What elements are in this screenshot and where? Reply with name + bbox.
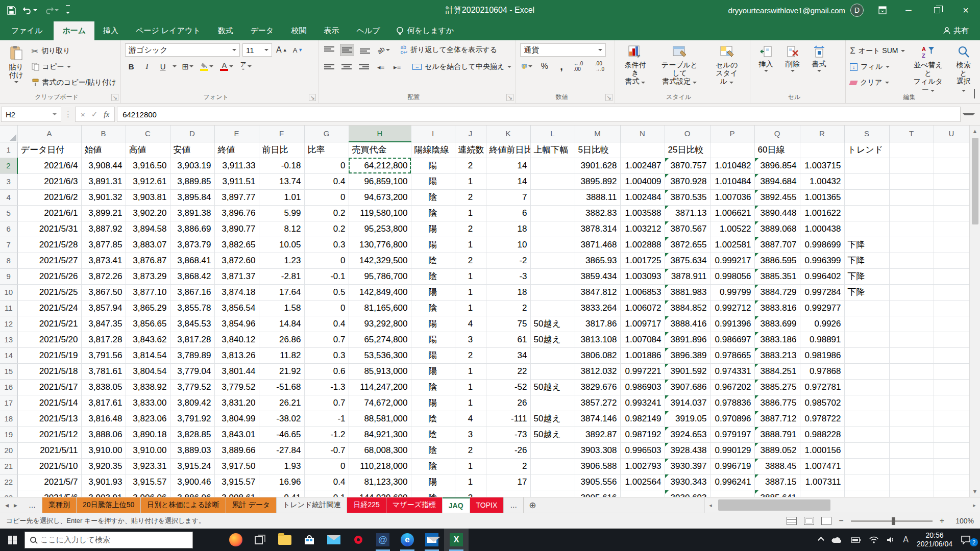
cell-J9[interactable]: 1 bbox=[455, 268, 486, 284]
cell-B14[interactable]: 3,791.56 bbox=[81, 347, 126, 363]
taskbar-clock[interactable]: 20:56 2021/06/04 bbox=[917, 531, 952, 548]
cell-A7[interactable]: 2021/5/28 bbox=[17, 237, 81, 253]
cell-E12[interactable]: 3,854.96 bbox=[214, 316, 259, 332]
taskbar-app-outlook[interactable] bbox=[420, 529, 444, 551]
cell-D22[interactable]: 3,900.46 bbox=[170, 474, 214, 490]
cell-N17[interactable]: 0.993241 bbox=[620, 395, 665, 411]
cell-H12[interactable]: 93,292,800 bbox=[349, 316, 411, 332]
cell-J7[interactable]: 1 bbox=[455, 237, 486, 253]
cell-O8[interactable]: 3875.634 bbox=[665, 253, 710, 268]
cell-E4[interactable]: 3,897.77 bbox=[214, 189, 259, 205]
cell-P18[interactable]: 0.970896 bbox=[710, 411, 754, 427]
cell-M11[interactable]: 3833.264 bbox=[575, 300, 620, 316]
cell-R21[interactable]: 1.007471 bbox=[800, 458, 844, 474]
row-header-8[interactable]: 8 bbox=[0, 253, 17, 268]
cell-C17[interactable]: 3,833.00 bbox=[126, 395, 170, 411]
cell-N13[interactable]: 1.007084 bbox=[620, 332, 665, 347]
cell-S17[interactable] bbox=[844, 395, 889, 411]
enter-formula-button[interactable]: ✓ bbox=[91, 110, 98, 119]
cell-S3[interactable] bbox=[844, 173, 889, 189]
merge-center-button[interactable]: ↔ セルを結合して中央揃え bbox=[412, 60, 511, 73]
cell-P19[interactable]: 0.979197 bbox=[710, 427, 754, 442]
cell-Q6[interactable]: 3889.068 bbox=[754, 221, 800, 237]
column-header-R[interactable]: R bbox=[800, 126, 844, 142]
cell-D10[interactable]: 3,867.16 bbox=[170, 284, 214, 300]
sheet-tab-日経225[interactable]: 日経225 bbox=[347, 497, 386, 513]
cell-F5[interactable]: 5.99 bbox=[259, 205, 304, 221]
cell-N6[interactable]: 1.003212 bbox=[620, 221, 665, 237]
cell-L7[interactable] bbox=[530, 237, 575, 253]
cell-P10[interactable]: 0.99799 bbox=[710, 284, 754, 300]
taskbar-app-explorer[interactable] bbox=[273, 529, 297, 551]
cell-L1[interactable]: 上幅下幅 bbox=[530, 142, 575, 158]
cell-M17[interactable]: 3857.272 bbox=[575, 395, 620, 411]
cell-T20[interactable] bbox=[889, 442, 934, 458]
cell-R5[interactable]: 1.001622 bbox=[800, 205, 844, 221]
cell-G20[interactable]: -0.7 bbox=[304, 442, 349, 458]
cell-N19[interactable]: 0.987192 bbox=[620, 427, 665, 442]
cell-M20[interactable]: 3903.308 bbox=[575, 442, 620, 458]
cell-E3[interactable]: 3,911.51 bbox=[214, 173, 259, 189]
cell-Q5[interactable]: 3890.448 bbox=[754, 205, 800, 221]
taskbar-app-edge[interactable]: e bbox=[395, 529, 420, 551]
cell-K14[interactable]: 34 bbox=[486, 347, 530, 363]
taskbar-app-firefox[interactable] bbox=[224, 529, 248, 551]
cell-I11[interactable]: 陰 bbox=[411, 300, 455, 316]
cell-B19[interactable]: 3,888.06 bbox=[81, 427, 126, 442]
volume-icon[interactable] bbox=[887, 536, 895, 543]
format-cells-button[interactable]: 書式 bbox=[807, 43, 831, 74]
cell-P6[interactable]: 1.00522 bbox=[710, 221, 754, 237]
customize-qat-button[interactable] bbox=[66, 5, 70, 16]
cell-T21[interactable] bbox=[889, 458, 934, 474]
cell-U21[interactable] bbox=[934, 458, 969, 474]
cell-N4[interactable]: 1.002484 bbox=[620, 189, 665, 205]
cell-B8[interactable]: 3,873.41 bbox=[81, 253, 126, 268]
sheet-nav-right[interactable]: ▸ bbox=[14, 501, 17, 509]
sheet-tab-20日騰落上位50[interactable]: 20日騰落上位50 bbox=[77, 497, 141, 513]
cell-G1[interactable]: 比率 bbox=[304, 142, 349, 158]
cell-T22[interactable] bbox=[889, 474, 934, 490]
cell-O20[interactable]: 3928.438 bbox=[665, 442, 710, 458]
cell-U18[interactable] bbox=[934, 411, 969, 427]
cell-D18[interactable]: 3,791.92 bbox=[170, 411, 214, 427]
cell-I3[interactable]: 陽 bbox=[411, 173, 455, 189]
cell-M18[interactable]: 3874.146 bbox=[575, 411, 620, 427]
cell-U16[interactable] bbox=[934, 379, 969, 395]
cell-D15[interactable]: 3,779.04 bbox=[170, 363, 214, 379]
cell-N15[interactable]: 0.997221 bbox=[620, 363, 665, 379]
cell-B22[interactable]: 3,901.93 bbox=[81, 474, 126, 490]
cell-T16[interactable] bbox=[889, 379, 934, 395]
cell-I21[interactable]: 陰 bbox=[411, 458, 455, 474]
scroll-down-button[interactable]: ▼ bbox=[970, 486, 980, 497]
cell-D5[interactable]: 3,891.38 bbox=[170, 205, 214, 221]
cell-G4[interactable]: 0 bbox=[304, 189, 349, 205]
cell-C22[interactable]: 3,915.57 bbox=[126, 474, 170, 490]
cell-U14[interactable] bbox=[934, 347, 969, 363]
cell-B7[interactable]: 3,877.85 bbox=[81, 237, 126, 253]
cell-P5[interactable]: 1.006621 bbox=[710, 205, 754, 221]
cell-H21[interactable]: 110,218,000 bbox=[349, 458, 411, 474]
horizontal-scroll-thumb[interactable] bbox=[718, 499, 830, 511]
column-header-B[interactable]: B bbox=[81, 126, 126, 142]
cell-A10[interactable]: 2021/5/25 bbox=[17, 284, 81, 300]
cell-U22[interactable] bbox=[934, 474, 969, 490]
cell-I12[interactable]: 陽 bbox=[411, 316, 455, 332]
cell-R10[interactable]: 0.997284 bbox=[800, 284, 844, 300]
cell-A13[interactable]: 2021/5/20 bbox=[17, 332, 81, 347]
cell-Q7[interactable]: 3887.707 bbox=[754, 237, 800, 253]
cell-P21[interactable]: 0.996719 bbox=[710, 458, 754, 474]
cell-O9[interactable]: 3878.911 bbox=[665, 268, 710, 284]
cell-L8[interactable] bbox=[530, 253, 575, 268]
cell-E2[interactable]: 3,911.33 bbox=[214, 158, 259, 173]
cell-R19[interactable]: 0.988228 bbox=[800, 427, 844, 442]
cell-Q3[interactable]: 3894.684 bbox=[754, 173, 800, 189]
cell-N23[interactable] bbox=[620, 490, 665, 497]
cell-U5[interactable] bbox=[934, 205, 969, 221]
cell-R8[interactable]: 0.996399 bbox=[800, 253, 844, 268]
cell-T7[interactable] bbox=[889, 237, 934, 253]
cell-O15[interactable]: 3901.592 bbox=[665, 363, 710, 379]
cell-O4[interactable]: 3870.535 bbox=[665, 189, 710, 205]
cell-J16[interactable]: 1 bbox=[455, 379, 486, 395]
cell-P14[interactable]: 0.978665 bbox=[710, 347, 754, 363]
cell-A2[interactable]: 2021/6/4 bbox=[17, 158, 81, 173]
